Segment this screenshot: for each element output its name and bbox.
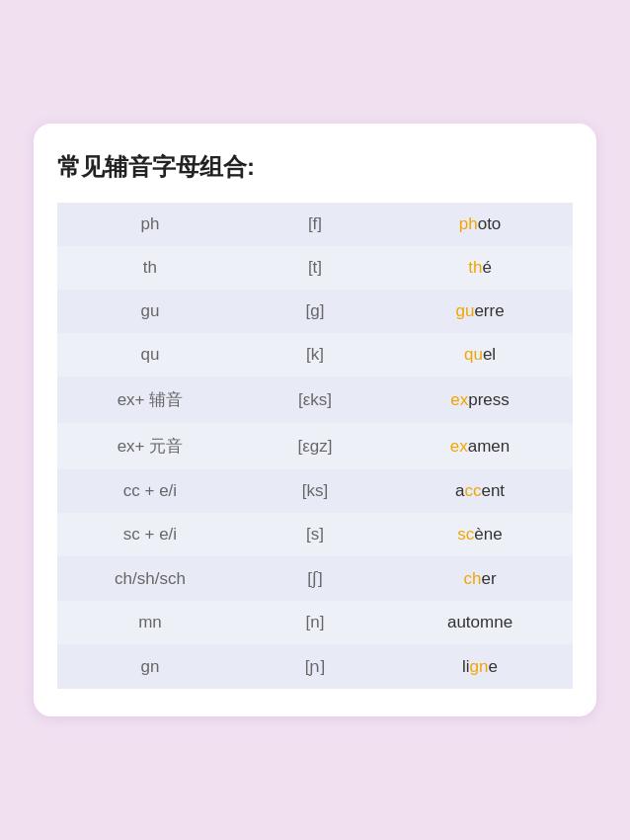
example-text: automne (447, 613, 512, 631)
ipa-cell: [εks] (243, 377, 387, 423)
ipa-cell: [ʃ] (243, 556, 387, 601)
ipa-cell: [n] (243, 601, 387, 644)
main-card: 常见辅音字母组合: ph[f]phototh[t]thégu[g]guerreq… (34, 124, 596, 716)
example-cell: automne (387, 601, 573, 644)
example-suffix: oto (478, 214, 502, 233)
example-cell: accent (387, 469, 573, 513)
example-highlight: cc (464, 481, 481, 500)
combo-cell: gn (57, 644, 243, 689)
page-title: 常见辅音字母组合: (57, 151, 573, 183)
table-row: gn[ɲ]ligne (57, 644, 573, 689)
ipa-cell: [εgz] (243, 423, 387, 469)
phonics-table: ph[f]phototh[t]thégu[g]guerrequ[k]quelex… (57, 203, 573, 689)
example-suffix: ent (481, 481, 505, 500)
example-suffix: ène (474, 525, 502, 544)
ipa-cell: [k] (243, 333, 387, 377)
example-suffix: e (489, 657, 498, 676)
example-highlight: gu (455, 301, 474, 320)
example-highlight: qu (464, 345, 483, 364)
combo-cell: mn (57, 601, 243, 644)
table-row: mn[n]automne (57, 601, 573, 644)
ipa-cell: [t] (243, 246, 387, 290)
table-row: th[t]thé (57, 246, 573, 290)
ipa-cell: [g] (243, 290, 387, 333)
example-suffix: erre (474, 301, 504, 320)
example-suffix: é (482, 258, 491, 277)
example-suffix: amen (468, 437, 511, 456)
ipa-cell: [ks] (243, 469, 387, 513)
example-cell: cher (387, 556, 573, 601)
example-suffix: er (481, 569, 496, 588)
example-highlight: ch (463, 569, 481, 588)
example-highlight: ex (450, 437, 468, 456)
combo-cell: qu (57, 333, 243, 377)
ipa-cell: [ɲ] (243, 644, 387, 689)
table-row: ph[f]photo (57, 203, 573, 246)
combo-cell: th (57, 246, 243, 290)
example-cell: scène (387, 513, 573, 556)
example-suffix: el (483, 345, 496, 364)
example-prefix: li (462, 657, 470, 676)
example-suffix: press (468, 390, 510, 409)
table-row: ex+ 元音[εgz]examen (57, 423, 573, 469)
example-highlight: ph (459, 214, 478, 233)
example-highlight: gn (470, 657, 489, 676)
combo-cell: cc + e/i (57, 469, 243, 513)
example-cell: examen (387, 423, 573, 469)
combo-cell: ex+ 辅音 (57, 377, 243, 423)
table-row: qu[k]quel (57, 333, 573, 377)
ipa-cell: [f] (243, 203, 387, 246)
example-cell: ligne (387, 644, 573, 689)
example-cell: thé (387, 246, 573, 290)
table-row: ch/sh/sch[ʃ]cher (57, 556, 573, 601)
combo-cell: gu (57, 290, 243, 333)
example-cell: express (387, 377, 573, 423)
example-highlight: ex (450, 390, 468, 409)
combo-cell: ex+ 元音 (57, 423, 243, 469)
table-row: sc + e/i[s]scène (57, 513, 573, 556)
example-highlight: th (468, 258, 482, 277)
example-cell: quel (387, 333, 573, 377)
table-row: gu[g]guerre (57, 290, 573, 333)
combo-cell: ph (57, 203, 243, 246)
example-cell: guerre (387, 290, 573, 333)
combo-cell: ch/sh/sch (57, 556, 243, 601)
table-row: ex+ 辅音[εks]express (57, 377, 573, 423)
ipa-cell: [s] (243, 513, 387, 556)
table-row: cc + e/i[ks]accent (57, 469, 573, 513)
combo-cell: sc + e/i (57, 513, 243, 556)
example-cell: photo (387, 203, 573, 246)
example-highlight: sc (457, 525, 474, 544)
